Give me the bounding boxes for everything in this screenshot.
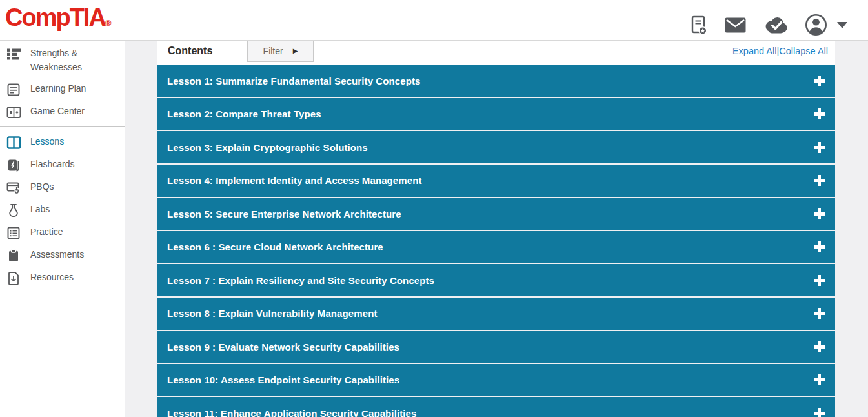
filter-label: Filter <box>263 46 283 56</box>
expand-plus-icon[interactable] <box>814 142 825 153</box>
sidebar-item-label: Practice <box>30 225 63 239</box>
logo-text: CompTIA <box>5 4 105 31</box>
lesson-title: Lesson 5: Secure Enterprise Network Arch… <box>167 208 401 219</box>
sidebar-item-practice[interactable]: Practice <box>0 221 125 244</box>
expand-plus-icon[interactable] <box>814 108 825 119</box>
page-title: Contents <box>168 45 212 57</box>
expand-plus-icon[interactable] <box>814 76 825 86</box>
sidebar-item-labs[interactable]: Labs <box>0 199 125 221</box>
score-report-icon[interactable] <box>691 15 707 35</box>
lesson-title: Lesson 9 : Evaluate Network Security Cap… <box>167 341 399 352</box>
sidebar-item-label: Labs <box>30 203 50 217</box>
sidebar-item-strengths-weaknesses[interactable]: Strengths & Weaknesses <box>0 43 125 78</box>
sidebar-item-game-center[interactable]: Game Center <box>0 101 125 123</box>
sidebar-item-learning-plan[interactable]: Learning Plan <box>0 78 125 101</box>
sidebar-item-label: Assessments <box>30 248 84 262</box>
practice-icon <box>5 225 22 240</box>
expand-plus-icon[interactable] <box>814 341 825 352</box>
lesson-accordion-9[interactable]: Lesson 9 : Evaluate Network Security Cap… <box>157 331 835 363</box>
registered-mark: ® <box>105 18 112 28</box>
lesson-accordion-3[interactable]: Lesson 3: Explain Cryptographic Solution… <box>157 131 835 163</box>
sidebar-item-label: Flashcards <box>30 158 74 172</box>
lesson-accordion-2[interactable]: Lesson 2: Compare Threat Types <box>157 98 835 130</box>
lesson-title: Lesson 11: Enhance Application Security … <box>167 408 416 417</box>
contents-column: Contents Filter ▶ Expand All|Collapse Al… <box>157 40 835 417</box>
caret-down-icon[interactable] <box>837 22 847 28</box>
content-area: Contents Filter ▶ Expand All|Collapse Al… <box>126 40 868 417</box>
cloud-sync-icon[interactable] <box>763 17 787 34</box>
lesson-title: Lesson 4: Implement Identity and Access … <box>167 175 422 186</box>
expand-plus-icon[interactable] <box>814 175 825 186</box>
lesson-accordion-4[interactable]: Lesson 4: Implement Identity and Access … <box>157 165 835 197</box>
sidebar-item-assessments[interactable]: Assessments <box>0 244 125 267</box>
sidebar-item-lessons[interactable]: Lessons <box>0 131 125 154</box>
expand-plus-icon[interactable] <box>814 308 825 319</box>
expand-plus-icon[interactable] <box>814 275 825 286</box>
labs-flask-icon <box>5 203 22 218</box>
lesson-accordion-1[interactable]: Lesson 1: Summarize Fundamental Security… <box>157 65 835 97</box>
comptia-logo[interactable]: CompTIA® <box>5 2 111 34</box>
pbqs-icon <box>5 180 22 195</box>
account-icon[interactable] <box>805 14 827 36</box>
sidebar-divider <box>0 126 125 128</box>
contents-header: Contents Filter ▶ Expand All|Collapse Al… <box>157 40 835 65</box>
strengths-weaknesses-icon <box>5 46 22 61</box>
sidebar-item-label: Strengths & Weaknesses <box>30 46 106 74</box>
header-icon-group <box>691 14 847 36</box>
expand-collapse-links: Expand All|Collapse All <box>732 46 828 56</box>
sidebar-item-label: Learning Plan <box>30 82 86 96</box>
sidebar-item-pbqs[interactable]: PBQs <box>0 176 125 199</box>
filter-arrow-icon: ▶ <box>293 48 298 54</box>
lesson-list: Lesson 1: Summarize Fundamental Security… <box>157 65 835 417</box>
lesson-title: Lesson 8 : Explain Vulnerability Managem… <box>167 308 378 319</box>
messages-icon[interactable] <box>725 17 746 33</box>
sidebar-item-label: Lessons <box>30 135 64 149</box>
sidebar: Strengths & Weaknesses Learning Plan <box>0 40 125 417</box>
expand-plus-icon[interactable] <box>814 241 825 252</box>
lesson-title: Lesson 2: Compare Threat Types <box>167 108 321 119</box>
expand-all-link[interactable]: Expand All <box>732 46 777 56</box>
lessons-book-icon <box>5 135 22 150</box>
lesson-title: Lesson 3: Explain Cryptographic Solution… <box>167 142 368 153</box>
lesson-title: Lesson 7 : Explain Resiliency and Site S… <box>167 275 434 286</box>
collapse-all-link[interactable]: Collapse All <box>779 46 828 56</box>
sidebar-item-resources[interactable]: Resources <box>0 267 125 289</box>
lesson-title: Lesson 6 : Secure Cloud Network Architec… <box>167 241 383 252</box>
lesson-accordion-8[interactable]: Lesson 8 : Explain Vulnerability Managem… <box>157 298 835 330</box>
lesson-title: Lesson 1: Summarize Fundamental Security… <box>167 76 421 86</box>
sidebar-item-label: Game Center <box>30 105 85 119</box>
learning-plan-icon <box>5 82 22 97</box>
resources-icon <box>5 270 22 285</box>
expand-plus-icon[interactable] <box>814 374 825 385</box>
sidebar-item-label: PBQs <box>30 180 54 194</box>
flashcards-icon <box>5 158 22 172</box>
lesson-accordion-7[interactable]: Lesson 7 : Explain Resiliency and Site S… <box>157 264 835 296</box>
filter-button[interactable]: Filter ▶ <box>247 40 314 62</box>
app-header: CompTIA® <box>0 0 868 41</box>
expand-plus-icon[interactable] <box>814 208 825 219</box>
lesson-accordion-5[interactable]: Lesson 5: Secure Enterprise Network Arch… <box>157 198 835 230</box>
lesson-accordion-6[interactable]: Lesson 6 : Secure Cloud Network Architec… <box>157 231 835 263</box>
game-center-icon <box>5 105 22 119</box>
sidebar-item-label: Resources <box>30 270 74 285</box>
lesson-accordion-10[interactable]: Lesson 10: Assess Endpoint Security Capa… <box>157 364 835 396</box>
expand-plus-icon[interactable] <box>814 408 825 417</box>
sidebar-item-flashcards[interactable]: Flashcards <box>0 154 125 176</box>
lesson-title: Lesson 10: Assess Endpoint Security Capa… <box>167 374 399 385</box>
lesson-accordion-11[interactable]: Lesson 11: Enhance Application Security … <box>157 397 835 417</box>
assessments-icon <box>5 248 22 263</box>
